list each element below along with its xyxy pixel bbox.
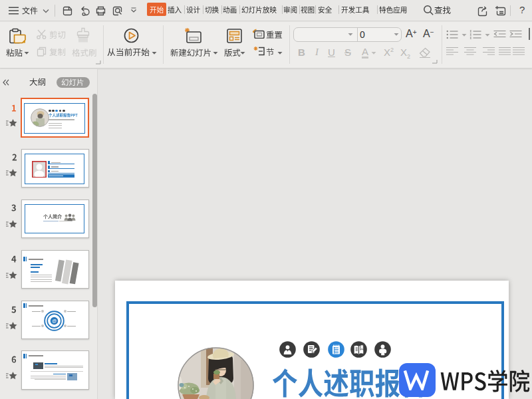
- svg-text:@: @: [52, 319, 57, 323]
